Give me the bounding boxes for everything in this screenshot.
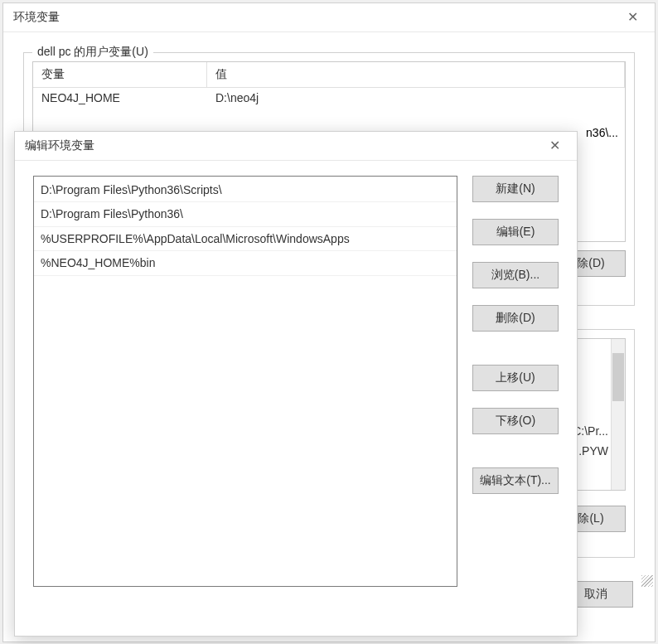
edit-dialog-body: D:\Program Files\Python36\Scripts\ D:\Pr… bbox=[15, 161, 577, 602]
column-variable-name[interactable]: 变量 bbox=[33, 62, 207, 87]
column-variable-value[interactable]: 值 bbox=[207, 62, 625, 87]
edit-button[interactable]: 编辑(E) bbox=[472, 219, 559, 245]
var-name-cell: NEO4J_HOME bbox=[33, 88, 207, 108]
edit-buttons-column: 新建(N) 编辑(E) 浏览(B)... 删除(D) 上移(U) 下移(O) 编… bbox=[472, 176, 559, 587]
user-variables-group-title: dell pc 的用户变量(U) bbox=[32, 45, 153, 60]
delete-button[interactable]: 删除(D) bbox=[472, 305, 559, 332]
sys-line-1: C:\Pr... bbox=[573, 424, 608, 438]
list-item[interactable]: %NEO4J_HOME%bin bbox=[34, 251, 457, 275]
list-item[interactable]: D:\Program Files\Python36\Scripts\ bbox=[34, 178, 457, 202]
partial-value-cell: n36\... bbox=[586, 126, 618, 139]
move-down-button[interactable]: 下移(O) bbox=[472, 408, 559, 434]
move-up-button[interactable]: 上移(U) bbox=[472, 365, 559, 391]
new-button[interactable]: 新建(N) bbox=[472, 176, 559, 202]
edit-dialog-title: 编辑环境变量 bbox=[25, 138, 94, 153]
close-icon[interactable]: ✕ bbox=[621, 11, 645, 24]
table-row[interactable]: NEO4J_HOME D:\neo4j bbox=[33, 88, 625, 108]
scrollbar[interactable] bbox=[611, 339, 625, 490]
path-listbox[interactable]: D:\Program Files\Python36\Scripts\ D:\Pr… bbox=[33, 176, 457, 587]
edit-text-button[interactable]: 编辑文本(T)... bbox=[472, 467, 559, 494]
env-dialog-title: 环境变量 bbox=[13, 10, 60, 25]
list-item[interactable]: %USERPROFILE%\AppData\Local\Microsoft\Wi… bbox=[34, 227, 457, 251]
edit-environment-variable-dialog: 编辑环境变量 ✕ D:\Program Files\Python36\Scrip… bbox=[14, 131, 578, 637]
list-item[interactable]: D:\Program Files\Python36\ bbox=[34, 202, 457, 226]
close-icon[interactable]: ✕ bbox=[543, 139, 567, 153]
scrollbar-thumb[interactable] bbox=[612, 353, 624, 401]
env-title-bar: 环境变量 ✕ bbox=[3, 3, 655, 32]
user-table-header: 变量 值 bbox=[33, 62, 625, 88]
var-value-cell: D:\neo4j bbox=[207, 88, 625, 108]
edit-title-bar: 编辑环境变量 ✕ bbox=[15, 132, 577, 161]
browse-button[interactable]: 浏览(B)... bbox=[472, 262, 559, 288]
